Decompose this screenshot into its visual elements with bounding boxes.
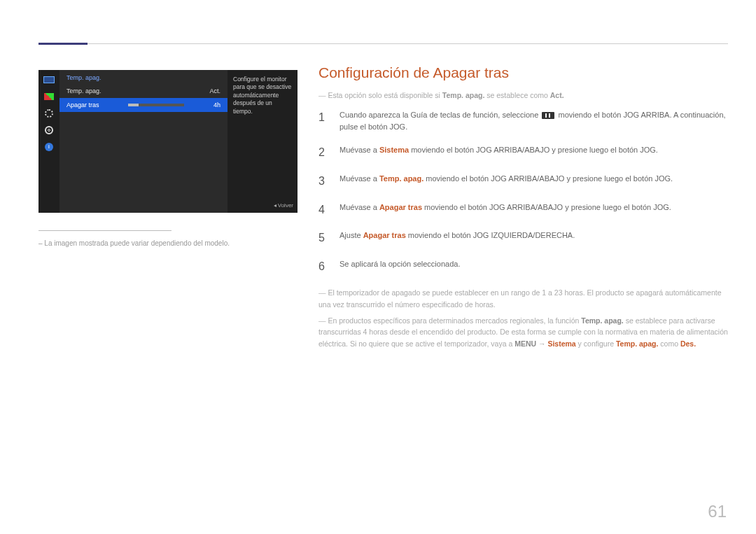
step-text: Muévase a Apagar tras moviendo el botón … (340, 202, 671, 219)
step-number: 2 (318, 144, 330, 162)
info-icon: i (43, 143, 55, 151)
step-4: 4 Muévase a Apagar tras moviendo el botó… (318, 202, 728, 219)
step-text: Ajuste Apagar tras moviendo el botón JOG… (340, 230, 575, 247)
system-icon (43, 126, 55, 134)
osd-row-temp-apag: Temp. apag. Act. (59, 84, 227, 98)
regional-note: En productos específicos para determinad… (318, 315, 728, 350)
step-text: Cuando aparezca la Guía de teclas de fun… (340, 109, 728, 133)
screen-icon (43, 76, 55, 84)
availability-note: Esta opción solo está disponible si Temp… (318, 91, 728, 99)
page-number: 61 (708, 502, 727, 521)
footnote-rule (38, 230, 172, 231)
step-5: 5 Ajuste Apagar tras moviendo el botón J… (318, 230, 728, 247)
step-text: Se aplicará la opción seleccionada. (340, 258, 460, 276)
osd-sidebar: i (38, 70, 59, 213)
step-text: Muévase a Temp. apag. moviendo el botón … (340, 173, 673, 190)
menu-icon (542, 112, 554, 119)
osd-row-value: Act. (209, 87, 220, 94)
step-1: 1 Cuando aparezca la Guía de teclas de f… (318, 109, 728, 133)
settings-icon (43, 109, 55, 118)
step-2: 2 Muévase a Sistema moviendo el botón JO… (318, 144, 728, 162)
osd-row-label: Apagar tras (66, 101, 99, 108)
section-heading: Configuración de Apagar tras (318, 64, 728, 81)
step-6: 6 Se aplicará la opción seleccionada. (318, 258, 728, 276)
osd-back-label: ◂ Volver (274, 202, 293, 210)
step-number: 3 (318, 173, 330, 190)
osd-slider (128, 104, 184, 106)
step-text: Muévase a Sistema moviendo el botón JOG … (340, 144, 658, 162)
osd-section-title: Temp. apag. (59, 70, 227, 84)
osd-description-panel: Configure el monitor para que se desacti… (227, 70, 298, 213)
page-content: i Temp. apag. Temp. apag. Act. Apagar tr… (38, 42, 728, 534)
range-note: El temporizador de apagado se puede esta… (318, 287, 728, 311)
osd-row-value: 4h (214, 101, 220, 108)
osd-screenshot: i Temp. apag. Temp. apag. Act. Apagar tr… (38, 70, 298, 213)
step-number: 6 (318, 258, 330, 276)
step-number: 1 (318, 109, 330, 133)
osd-description-text: Configure el monitor para que se desacti… (233, 76, 291, 115)
image-footnote: La imagen mostrada puede variar dependie… (38, 239, 298, 247)
picture-icon (43, 92, 55, 101)
osd-row-label: Temp. apag. (66, 87, 102, 94)
step-number: 5 (318, 230, 330, 247)
step-3: 3 Muévase a Temp. apag. moviendo el botó… (318, 173, 728, 190)
step-number: 4 (318, 202, 330, 219)
osd-row-apagar-tras: Apagar tras 4h (59, 98, 227, 112)
